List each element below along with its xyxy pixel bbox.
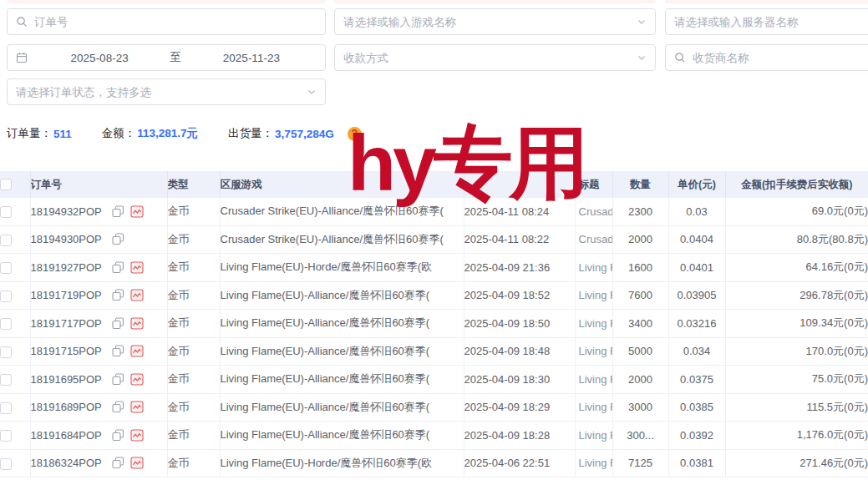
copy-icon[interactable]: [112, 289, 124, 301]
table-row: 18191689POP 金币 Living Flame(EU)-Alliance…: [0, 393, 868, 422]
help-icon[interactable]: ?: [348, 127, 362, 141]
quantity: 300...: [612, 422, 668, 450]
order-number: 18191719POP: [31, 289, 102, 301]
date-start-value[interactable]: 2025-08-23: [34, 52, 165, 64]
search-icon: [16, 16, 28, 28]
top-cutoff-strip: [334, 0, 656, 3]
order-number: 18186324POP: [31, 457, 102, 469]
region-game: Living Flame(EU)-Alliance/魔兽怀旧60赛季(: [221, 400, 464, 415]
unit-price: 0.03905: [668, 281, 725, 310]
row-checkbox[interactable]: [0, 346, 12, 358]
screenshot-icon[interactable]: [130, 289, 144, 301]
calendar-icon: [16, 52, 28, 63]
table-row: 18186324POP 金币 Living Flame(EU)-Horde/魔兽…: [0, 449, 868, 477]
copy-icon[interactable]: [112, 233, 124, 245]
quantity: 1600: [612, 254, 668, 282]
merchant-name-input[interactable]: [693, 52, 868, 64]
copy-icon[interactable]: [112, 373, 124, 386]
amount: 1,176.0元(0元): [725, 422, 868, 450]
order-type: 金币: [167, 225, 220, 254]
order-type: 金币: [167, 281, 220, 310]
row-checkbox[interactable]: [0, 458, 12, 470]
order-number-filter[interactable]: [7, 8, 326, 35]
screenshot-icon[interactable]: [130, 317, 144, 330]
order-time: 2025-04-09 18:30: [464, 366, 575, 394]
order-time: 2025-04-11 08:24: [464, 198, 575, 225]
summary-stats: 订单量： 511 金额： 113,281.7元 出货量： 3,757,284G …: [7, 126, 362, 141]
server-name-input[interactable]: [674, 16, 868, 28]
header-title: 标题: [575, 171, 612, 198]
order-count-label: 订单量：: [7, 126, 52, 141]
row-checkbox[interactable]: [0, 206, 12, 218]
order-status-input[interactable]: [16, 86, 317, 99]
screenshot-icon[interactable]: [130, 429, 144, 442]
chevron-down-icon[interactable]: [637, 17, 647, 27]
header-type: 类型: [167, 171, 220, 198]
screenshot-icon[interactable]: [130, 205, 144, 218]
row-checkbox[interactable]: [0, 262, 12, 274]
order-type: 金币: [167, 366, 220, 394]
order-time: 2025-04-09 18:48: [464, 337, 575, 366]
select-all-checkbox[interactable]: [0, 179, 12, 190]
order-number: 18191695POP: [31, 373, 102, 386]
copy-icon[interactable]: [112, 457, 124, 469]
screenshot-icon[interactable]: [130, 401, 144, 413]
merchant-name-filter[interactable]: [665, 44, 868, 71]
quantity: 7600: [612, 281, 668, 310]
amount: 296.78元(0元): [725, 281, 868, 310]
shipment-stat: 出货量： 3,757,284G: [228, 126, 334, 141]
server-name-filter[interactable]: [665, 8, 868, 35]
order-number-input[interactable]: [34, 16, 317, 28]
row-checkbox[interactable]: [0, 318, 12, 330]
copy-icon[interactable]: [112, 205, 124, 218]
item-title: Living Fl: [579, 345, 612, 357]
order-type: 金币: [167, 198, 220, 225]
copy-icon[interactable]: [112, 429, 124, 442]
row-checkbox[interactable]: [0, 290, 12, 302]
unit-price: 0.0381: [668, 449, 725, 477]
orders-table: 订单号 类型 区服游戏 标题 数量 单价(元) 金额(扣手续费后实收额) 181…: [0, 171, 868, 477]
order-type: 金币: [167, 310, 220, 338]
row-checkbox[interactable]: [0, 235, 12, 246]
date-range-separator: 至: [165, 50, 186, 65]
copy-icon[interactable]: [112, 401, 124, 413]
copy-icon[interactable]: [112, 345, 124, 357]
amount: 80.8元(80.8元): [725, 225, 868, 254]
shipment-label: 出货量：: [228, 126, 273, 141]
unit-price: 0.0392: [668, 422, 725, 450]
date-end-value[interactable]: 2025-11-23: [186, 52, 317, 64]
payment-method-filter[interactable]: [334, 44, 656, 71]
amount: 271.46元(0元): [725, 449, 868, 477]
copy-icon[interactable]: [112, 317, 124, 330]
date-range-picker[interactable]: 2025-08-23 至 2025-11-23: [7, 44, 326, 71]
order-status-filter[interactable]: [7, 78, 326, 105]
region-game: Crusader Strike(EU)-Alliance/魔兽怀旧60赛季(: [221, 204, 464, 219]
row-checkbox[interactable]: [0, 374, 12, 386]
shipment-value: 3,757,284G: [275, 128, 334, 140]
item-title: Living Fl: [579, 401, 612, 413]
screenshot-icon[interactable]: [130, 457, 144, 469]
order-number: 18191689POP: [31, 401, 102, 413]
chevron-down-icon[interactable]: [307, 87, 317, 97]
amount-value: 113,281.7元: [137, 126, 198, 141]
region-game: Living Flame(EU)-Alliance/魔兽怀旧60赛季(: [221, 344, 464, 359]
unit-price: 0.034: [668, 337, 725, 366]
order-number: 18191927POP: [31, 261, 102, 274]
row-checkbox[interactable]: [0, 402, 12, 414]
payment-method-input[interactable]: [343, 52, 647, 64]
region-game: Living Flame(EU)-Horde/魔兽怀旧60赛季(欧: [221, 456, 464, 471]
amount: 69.0元(0元): [725, 198, 868, 225]
order-time: 2025-04-06 22:51: [464, 449, 575, 477]
screenshot-icon[interactable]: [130, 345, 144, 357]
copy-icon[interactable]: [112, 261, 124, 274]
amount-stat: 金额： 113,281.7元: [102, 126, 198, 141]
screenshot-icon[interactable]: [130, 373, 144, 386]
game-name-filter[interactable]: [334, 8, 656, 35]
unit-price: 0.0404: [668, 225, 725, 254]
chevron-down-icon[interactable]: [637, 53, 647, 63]
game-name-input[interactable]: [343, 16, 647, 28]
item-title: Living Fl: [579, 261, 612, 274]
screenshot-icon[interactable]: [130, 261, 144, 274]
row-checkbox[interactable]: [0, 430, 12, 442]
table-row: 18191719POP 金币 Living Flame(EU)-Alliance…: [0, 281, 868, 310]
